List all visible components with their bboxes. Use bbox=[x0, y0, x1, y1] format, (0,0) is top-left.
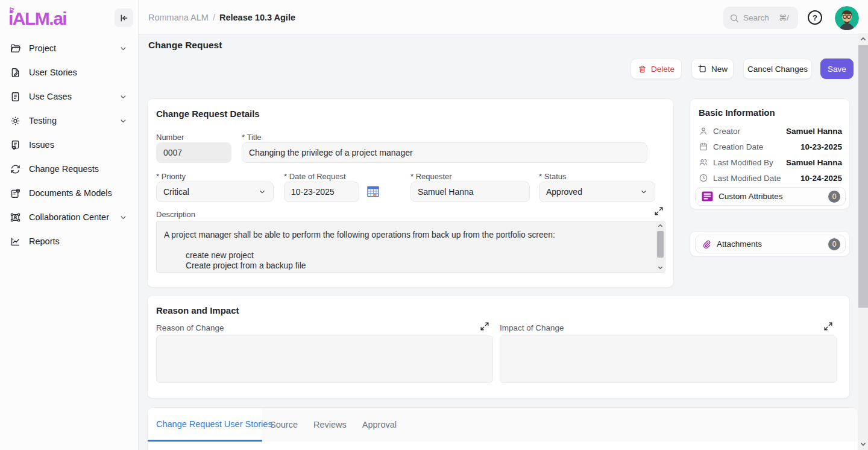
attachments-card: Attachments 0 bbox=[690, 231, 850, 256]
delete-button[interactable]: Delete bbox=[631, 59, 682, 79]
custom-attributes-label: Custom Attributes bbox=[719, 192, 823, 201]
expand-impact-icon[interactable] bbox=[823, 322, 833, 331]
chevron-down-icon bbox=[640, 188, 648, 196]
new-button[interactable]: New bbox=[691, 59, 734, 79]
attachments-button[interactable]: Attachments 0 bbox=[695, 235, 846, 253]
description-line: Create project from a backup file bbox=[164, 261, 649, 271]
paperclip-icon bbox=[702, 239, 711, 250]
description-scroll-thumb[interactable] bbox=[657, 231, 664, 258]
sidebar-collapse-button[interactable] bbox=[115, 8, 133, 27]
scroll-up-icon[interactable] bbox=[656, 222, 664, 230]
sidebar-item-label: Testing bbox=[29, 116, 119, 125]
tab-label: Reviews bbox=[313, 420, 347, 429]
sidebar-nav: Project User Stories Use Cases Testing I… bbox=[0, 36, 139, 253]
users-icon bbox=[699, 157, 708, 167]
breadcrumb-current: Release 10.3 Agile bbox=[219, 13, 295, 22]
tab-label: Change Request User Stories bbox=[156, 419, 272, 429]
save-label: Save bbox=[828, 65, 846, 74]
gear-check-icon bbox=[10, 115, 21, 127]
scroll-down-icon[interactable] bbox=[858, 439, 868, 449]
priority-label: * Priority bbox=[156, 172, 186, 181]
chevron-down-icon bbox=[119, 92, 128, 101]
sidebar-item-documents-models[interactable]: Documents & Models bbox=[0, 181, 139, 205]
number-field[interactable] bbox=[156, 142, 231, 163]
tabs-card: Change Request User Stories Source Revie… bbox=[147, 407, 858, 450]
impact-of-change-field[interactable] bbox=[500, 335, 837, 383]
app-logo[interactable]: iALM.ai bbox=[8, 6, 66, 31]
requester-field[interactable] bbox=[410, 182, 530, 202]
main-content: Change Request Delete New Cancel Changes… bbox=[139, 34, 858, 450]
basic-info-heading: Basic Information bbox=[699, 107, 775, 118]
impact-of-change-label: Impact of Change bbox=[500, 323, 564, 332]
sidebar-item-use-cases[interactable]: Use Cases bbox=[0, 84, 139, 109]
requester-label: * Requester bbox=[410, 172, 452, 181]
scroll-down-icon[interactable] bbox=[656, 264, 664, 271]
tab-label: Approval bbox=[362, 420, 397, 429]
page-scrollbar[interactable] bbox=[858, 33, 868, 450]
tab-change-request-user-stories[interactable]: Change Request User Stories bbox=[148, 408, 262, 442]
sidebar-item-project[interactable]: Project bbox=[0, 36, 139, 60]
sidebar-item-label: Use Cases bbox=[29, 92, 119, 101]
chevron-down-icon bbox=[119, 213, 128, 222]
search-input[interactable] bbox=[743, 13, 775, 22]
description-line: A project manager shall be able to perfo… bbox=[164, 230, 649, 240]
priority-select[interactable]: Critical bbox=[156, 182, 274, 202]
user-avatar[interactable] bbox=[835, 6, 859, 30]
date-of-request-field[interactable] bbox=[284, 182, 359, 202]
custom-attributes-button[interactable]: Custom Attributes 0 bbox=[695, 187, 846, 206]
reason-and-impact-card: Reason and Impact Reason of Change Impac… bbox=[147, 295, 850, 399]
help-button[interactable]: ? bbox=[808, 10, 822, 25]
sidebar-item-change-requests[interactable]: Change Requests bbox=[0, 157, 139, 181]
delete-label: Delete bbox=[651, 65, 675, 74]
file-issue-icon bbox=[10, 139, 21, 151]
page-scroll-thumb[interactable] bbox=[858, 45, 868, 308]
scroll-up-icon[interactable] bbox=[858, 34, 868, 44]
date-picker-calendar-icon[interactable] bbox=[367, 185, 379, 197]
breadcrumb-parent[interactable]: Rommana ALM bbox=[148, 13, 209, 22]
tab-source[interactable]: Source bbox=[262, 408, 306, 442]
collaboration-icon bbox=[10, 212, 21, 223]
folder-icon bbox=[10, 43, 21, 54]
cancel-changes-button[interactable]: Cancel Changes bbox=[743, 59, 812, 79]
global-search[interactable]: ⌘/ bbox=[723, 7, 798, 29]
file-lines-icon bbox=[10, 91, 21, 103]
status-select[interactable]: Approved bbox=[539, 182, 655, 202]
sidebar-item-testing[interactable]: Testing bbox=[0, 109, 139, 133]
trash-icon bbox=[638, 65, 647, 74]
cursor-arrow-icon bbox=[9, 7, 17, 14]
app-logo-text: iALM.ai bbox=[8, 8, 66, 28]
tab-approval[interactable]: Approval bbox=[354, 408, 404, 442]
document-models-icon bbox=[10, 188, 21, 199]
creation-date-value: 10-23-2025 bbox=[800, 142, 842, 151]
attachments-count-badge: 0 bbox=[828, 238, 840, 250]
title-field[interactable] bbox=[242, 142, 647, 163]
sidebar-item-issues[interactable]: Issues bbox=[0, 133, 139, 157]
title-label: * Title bbox=[242, 133, 262, 142]
calendar-icon bbox=[699, 142, 708, 151]
reason-of-change-field[interactable] bbox=[156, 335, 493, 383]
tab-reviews[interactable]: Reviews bbox=[306, 408, 354, 442]
sidebar-item-user-stories[interactable]: User Stories bbox=[0, 60, 139, 84]
sidebar-item-reports[interactable]: Reports bbox=[0, 229, 139, 253]
creation-date-label: Creation Date bbox=[713, 142, 800, 151]
sidebar-item-label: Reports bbox=[29, 236, 128, 246]
description-scrollbar[interactable] bbox=[656, 222, 664, 271]
reason-impact-heading: Reason and Impact bbox=[156, 305, 239, 315]
top-header: Rommana ALM / Release 10.3 Agile ⌘/ ? bbox=[139, 0, 868, 34]
sidebar-item-label: Project bbox=[29, 43, 119, 53]
tabstrip: Change Request User Stories Source Revie… bbox=[148, 408, 858, 442]
new-item-icon bbox=[697, 64, 707, 74]
expand-reason-icon[interactable] bbox=[480, 322, 489, 331]
description-label: Description bbox=[156, 210, 195, 219]
save-button[interactable]: Save bbox=[820, 59, 854, 79]
details-heading: Change Request Details bbox=[156, 109, 260, 119]
description-field[interactable]: A project manager shall be able to perfo… bbox=[156, 221, 665, 273]
expand-description-icon[interactable] bbox=[654, 206, 664, 216]
last-modified-by-value: Samuel Hanna bbox=[786, 158, 842, 167]
user-icon bbox=[699, 126, 708, 136]
last-modified-by-label: Last Modified By bbox=[713, 158, 786, 167]
sidebar-item-collaboration-center[interactable]: Collaboration Center bbox=[0, 205, 139, 229]
basic-information-card: Basic Information Creator Samuel Hanna C… bbox=[690, 98, 850, 209]
search-shortcut: ⌘/ bbox=[779, 13, 789, 22]
chevron-down-icon bbox=[258, 188, 266, 196]
